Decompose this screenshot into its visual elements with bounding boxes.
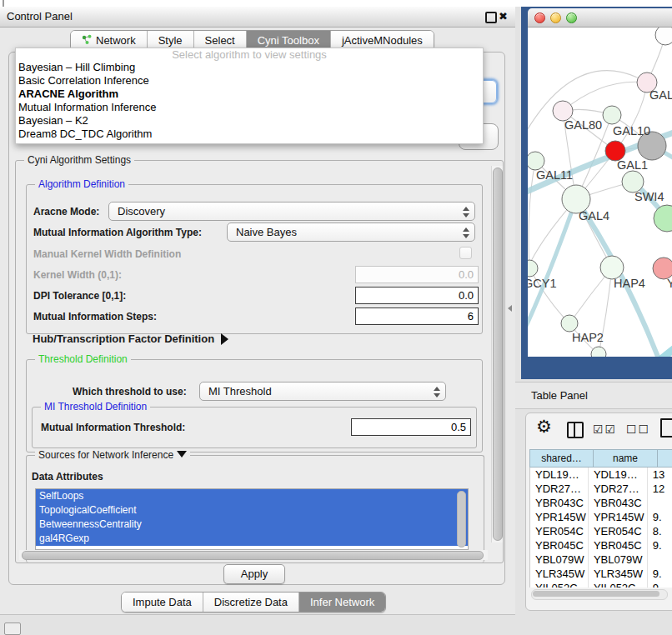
- node-hap2-label: HAP2: [572, 331, 604, 344]
- algorithm-option-mutual-information-inference[interactable]: Mutual Information Inference: [16, 101, 483, 114]
- unchecked-boxes-icon[interactable]: ☐☐: [626, 422, 650, 436]
- table-horizontal-scrollbar[interactable]: [531, 589, 668, 600]
- apply-button[interactable]: Apply: [223, 564, 285, 584]
- node-bottom[interactable]: [591, 347, 606, 357]
- close-traffic-light-icon[interactable]: [534, 12, 545, 23]
- table-row[interactable]: YLR345WYLR345W9.: [530, 567, 672, 581]
- screen: Control Panel ✖ NetworkStyleSelectCyni T…: [0, 0, 672, 635]
- close-icon[interactable]: ✖: [499, 9, 508, 24]
- table-cell: YLR345W: [530, 567, 589, 581]
- mi-type-select[interactable]: Naive Bayes: [227, 222, 475, 242]
- table-cell: YBR045C: [530, 538, 589, 552]
- float-window-icon[interactable]: [485, 12, 497, 23]
- attribute-item-gal4rgexp[interactable]: gal4RGexp: [36, 532, 468, 546]
- zoom-traffic-light-icon[interactable]: [566, 12, 577, 23]
- network-edge-thick[interactable]: [626, 346, 672, 357]
- network-edge[interactable]: [529, 161, 535, 268]
- node-hap4-label: HAP4: [614, 277, 645, 290]
- attribute-item-selfloops[interactable]: SelfLoops: [36, 489, 468, 503]
- aracne-mode-select[interactable]: Discovery: [108, 202, 475, 221]
- columns-icon[interactable]: [567, 422, 584, 438]
- node-gal11[interactable]: [528, 152, 544, 170]
- algorithm-definition-title: Algorithm Definition: [35, 178, 128, 190]
- data-attributes-list[interactable]: SelfLoopsTopologicalCoefficientBetweenne…: [35, 488, 469, 550]
- node-hap2[interactable]: [561, 315, 578, 332]
- network-canvas[interactable]: GALGAL80GAL10GAL1GAL11SWI4GAL4GCY1HAP4YH…: [528, 28, 672, 357]
- spinner-arrows-icon: [463, 228, 469, 238]
- table-body: YDL19…YDL19…13YDR27…YDR27…12YBR043CYBR04…: [529, 468, 672, 588]
- control-panel: Control Panel ✖ NetworkStyleSelectCyni T…: [0, 7, 515, 615]
- sources-expander[interactable]: Sources for Network Inference: [35, 449, 190, 461]
- manual-kernel-label: Manual Kernel Width Definition: [33, 248, 181, 260]
- algorithm-dropdown-placeholder: Select algorithm to view settings: [16, 48, 483, 61]
- table-row[interactable]: YBR043CYBR043C: [530, 496, 672, 510]
- spinner-arrows-icon: [463, 207, 469, 218]
- column-header-a[interactable]: A: [657, 449, 672, 468]
- table-row[interactable]: YBL079WYBL079W: [530, 552, 672, 567]
- mi-steps-field[interactable]: 6: [355, 308, 479, 325]
- which-threshold-value: MI Threshold: [208, 385, 272, 398]
- node-gal10-label: GAL10: [613, 124, 650, 138]
- network-window-titlebar[interactable]: [528, 8, 672, 28]
- table-panel-header: Table Panel: [515, 382, 672, 409]
- network-edge[interactable]: [563, 82, 647, 111]
- algorithm-dropdown-popup: Select algorithm to view settings Bayesi…: [15, 48, 484, 144]
- settings-group-title: Cyni Algorithm Settings: [24, 154, 134, 166]
- mi-threshold-label: Mutual Information Threshold:: [41, 422, 185, 433]
- bottom-tab-discretize-data[interactable]: Discretize Data: [203, 592, 299, 612]
- algorithm-option-aracne-algorithm[interactable]: ARACNE Algorithm: [16, 88, 483, 101]
- splitter-handle-icon[interactable]: [508, 305, 512, 312]
- node-salmon-label: Y: [667, 277, 672, 290]
- algorithm-option-bayesian-hill-climbing[interactable]: Bayesian – Hill Climbing: [16, 61, 483, 74]
- table-cell: YBL079W: [530, 552, 589, 567]
- checked-boxes-icon[interactable]: ☑☑: [593, 422, 617, 436]
- kernel-width-field[interactable]: 0.0: [355, 266, 479, 283]
- table-row[interactable]: YIL052CYIL052C9.: [530, 581, 672, 588]
- table-row[interactable]: YPR145WYPR145W9.: [530, 510, 672, 524]
- gear-icon[interactable]: ⚙: [536, 417, 552, 437]
- manual-kernel-checkbox[interactable]: [459, 247, 472, 259]
- data-attributes-label: Data Attributes: [32, 471, 103, 482]
- mi-threshold-field[interactable]: 0.5: [351, 418, 471, 436]
- aracne-mode-label: Aracne Mode:: [33, 206, 99, 218]
- table-row[interactable]: YBR045CYBR045C9.: [530, 538, 672, 552]
- attribute-list-scrollbar[interactable]: [457, 491, 466, 548]
- control-panel-titlebar: Control Panel ✖: [0, 7, 515, 28]
- table-cell: YPR145W: [589, 510, 648, 524]
- table-row[interactable]: YDR27…YDR27…12: [530, 482, 672, 496]
- node-gal1-label: GAL1: [617, 158, 648, 172]
- node-gal4-label: GAL4: [579, 209, 609, 222]
- node-gcy1[interactable]: [528, 260, 538, 277]
- which-threshold-select[interactable]: MI Threshold: [199, 382, 446, 401]
- table-horizontal-scrollbar-thumb[interactable]: [533, 591, 659, 597]
- node-top[interactable]: [655, 28, 672, 45]
- minimize-traffic-light-icon[interactable]: [550, 12, 561, 23]
- table-row[interactable]: YER054CYER054C8.: [530, 524, 672, 538]
- algorithm-option-basic-correlation-inference[interactable]: Basic Correlation Inference: [16, 74, 483, 88]
- attribute-item-betweennesscentrality[interactable]: BetweennessCentrality: [36, 518, 468, 532]
- bottom-tab-impute-data[interactable]: Impute Data: [122, 592, 203, 612]
- column-header-shared[interactable]: shared…: [529, 449, 593, 468]
- bottom-tab-infer-network[interactable]: Infer Network: [299, 592, 385, 612]
- column-header-name[interactable]: name: [593, 449, 657, 468]
- node-hap4[interactable]: [600, 256, 624, 279]
- settings-vertical-scrollbar[interactable]: [491, 166, 503, 542]
- table-panel-body: ⚙ ☑☑ ☐☐ shared…nameA YDL19…YDL19…13YDR27…: [525, 412, 672, 611]
- settings-horizontal-scrollbar-thumb[interactable]: [22, 551, 484, 560]
- document-icon[interactable]: [660, 418, 672, 438]
- minimized-panel-button[interactable]: [4, 622, 21, 635]
- algorithm-option-bayesian-k2[interactable]: Bayesian – K2: [16, 114, 483, 128]
- settings-vertical-scrollbar-thumb[interactable]: [493, 168, 503, 541]
- settings-horizontal-scrollbar[interactable]: [19, 550, 488, 560]
- algorithm-option-dream8-dc-tdc-algorithm[interactable]: Dream8 DC_TDC Algorithm: [16, 128, 483, 141]
- control-panel-title: Control Panel: [7, 7, 73, 27]
- table-cell: YER054C: [530, 524, 589, 538]
- attribute-item-topologicalcoefficient[interactable]: TopologicalCoefficient: [36, 503, 468, 518]
- table-cell: 9.: [648, 581, 672, 588]
- dpi-tolerance-field[interactable]: 0.0: [355, 287, 479, 304]
- table-row[interactable]: YDL19…YDL19…13: [530, 468, 672, 482]
- hub-definition-expander[interactable]: Hub/Transcription Factor Definition: [33, 332, 228, 345]
- table-cell: YBL079W: [589, 552, 648, 567]
- node-gal10[interactable]: [603, 106, 621, 124]
- table-cell: 13: [648, 468, 672, 482]
